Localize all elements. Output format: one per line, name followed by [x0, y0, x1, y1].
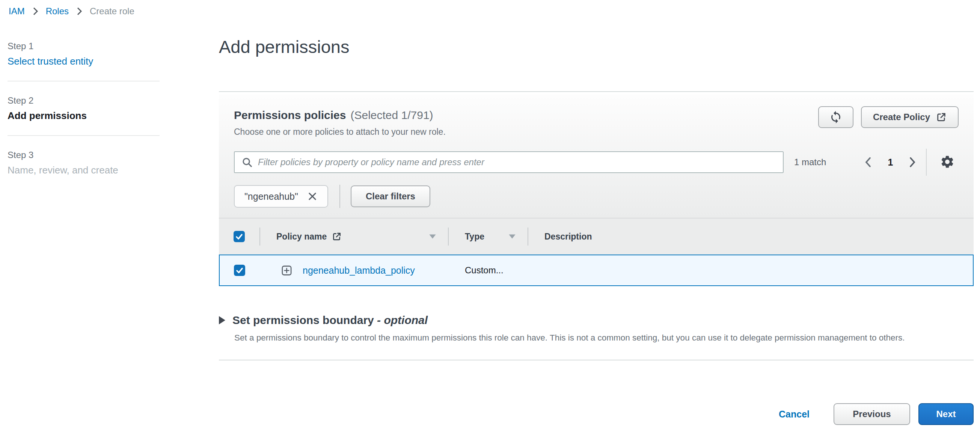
- caret-right-icon: [219, 316, 225, 325]
- next-page-button[interactable]: [907, 157, 918, 168]
- chevron-right-icon: [907, 157, 918, 168]
- divider: [528, 228, 528, 245]
- breadcrumb-current: Create role: [90, 6, 134, 16]
- external-link-icon: [936, 112, 947, 123]
- divider: [339, 185, 340, 208]
- policy-name-cell: ngeneahub_lambda_policy: [259, 265, 448, 276]
- divider: [259, 228, 260, 245]
- preferences-button[interactable]: [940, 155, 955, 170]
- divider: [219, 91, 974, 92]
- column-label: Description: [544, 232, 592, 242]
- sort-down-icon: [507, 232, 517, 242]
- close-icon: [307, 191, 318, 202]
- column-label: Policy name: [276, 232, 327, 242]
- panel-subtitle: Choose one or more policies to attach to…: [234, 126, 446, 137]
- step-1: Step 1 Select trusted entity: [8, 41, 159, 67]
- next-button[interactable]: Next: [918, 403, 974, 425]
- refresh-icon: [829, 110, 843, 124]
- expand-row-button[interactable]: [281, 265, 293, 276]
- main-content: Add permissions Permissions policies(Sel…: [219, 0, 974, 425]
- step-3-name: Name, review, and create: [8, 164, 159, 176]
- sort-down-icon: [428, 232, 438, 242]
- step-2-label: Step 2: [8, 95, 159, 106]
- previous-page-button[interactable]: [863, 157, 873, 168]
- step-1-label: Step 1: [8, 41, 159, 52]
- chevron-right-icon: [76, 7, 82, 16]
- policies-table-header: Policy name Type Description: [219, 218, 974, 255]
- previous-button[interactable]: Previous: [834, 403, 910, 425]
- policy-filter-input[interactable]: [258, 157, 777, 167]
- divider: [448, 228, 449, 245]
- boundary-description: Set a permissions boundary to control th…: [234, 333, 974, 343]
- breadcrumb-link-roles[interactable]: Roles: [46, 6, 69, 16]
- step-3-label: Step 3: [8, 150, 159, 161]
- remove-filter-button[interactable]: [307, 191, 318, 202]
- match-count: 1 match: [794, 157, 826, 167]
- permissions-policies-panel: Permissions policies(Selected 1/791) Cho…: [219, 95, 974, 286]
- column-label: Type: [465, 232, 484, 242]
- divider: [219, 360, 974, 360]
- divider: [8, 81, 159, 81]
- wizard-steps-sidebar: Step 1 Select trusted entity Step 2 Add …: [8, 41, 159, 176]
- divider: [926, 149, 927, 176]
- boundary-title: Set permissions boundary: [232, 314, 377, 326]
- panel-header: Permissions policies(Selected 1/791) Cho…: [219, 95, 974, 218]
- selected-count: (Selected 1/791): [350, 109, 433, 121]
- gear-icon: [940, 155, 955, 169]
- filter-chip-label: "ngeneahub": [245, 191, 298, 202]
- check-icon: [235, 232, 244, 241]
- select-all-checkbox[interactable]: [234, 231, 245, 242]
- chevron-right-icon: [32, 7, 38, 16]
- create-policy-button[interactable]: Create Policy: [861, 106, 959, 128]
- refresh-button[interactable]: [818, 106, 853, 128]
- breadcrumb-link-iam[interactable]: IAM: [9, 6, 25, 16]
- page-title: Add permissions: [219, 37, 974, 57]
- create-policy-label: Create Policy: [873, 112, 930, 123]
- divider: [8, 135, 159, 136]
- step-3: Step 3 Name, review, and create: [8, 150, 159, 176]
- breadcrumb: IAM Roles Create role: [9, 6, 134, 16]
- step-2-name: Add permissions: [8, 110, 159, 122]
- table-row[interactable]: ngeneahub_lambda_policy Custom...: [219, 255, 974, 286]
- panel-title-group: Permissions policies(Selected 1/791) Cho…: [234, 108, 446, 137]
- policy-name-link[interactable]: ngeneahub_lambda_policy: [303, 265, 415, 276]
- boundary-expand-toggle[interactable]: Set permissions boundary - optional: [219, 313, 974, 328]
- column-header-description: Description: [528, 232, 974, 242]
- row-checkbox[interactable]: [234, 265, 245, 276]
- filter-chip: "ngeneahub": [234, 185, 328, 208]
- column-header-type[interactable]: Type: [448, 232, 528, 242]
- policy-type-cell: Custom...: [448, 265, 528, 275]
- policy-search-box: [234, 151, 784, 173]
- wizard-footer: Cancel Previous Next: [219, 403, 974, 425]
- chevron-left-icon: [863, 157, 873, 168]
- step-2: Step 2 Add permissions: [8, 95, 159, 122]
- step-1-link[interactable]: Select trusted entity: [8, 55, 159, 67]
- external-link-icon: [332, 232, 342, 242]
- clear-filters-button[interactable]: Clear filters: [351, 186, 430, 207]
- search-icon: [242, 157, 253, 168]
- panel-title: Permissions policies: [234, 109, 346, 121]
- column-header-policy-name[interactable]: Policy name: [259, 232, 448, 242]
- check-icon: [235, 266, 244, 275]
- boundary-title-optional: - optional: [377, 314, 428, 326]
- page-number[interactable]: 1: [888, 157, 893, 168]
- cancel-button[interactable]: Cancel: [779, 409, 810, 420]
- permissions-boundary-section: Set permissions boundary - optional Set …: [219, 313, 974, 343]
- expand-plus-icon: [281, 265, 293, 276]
